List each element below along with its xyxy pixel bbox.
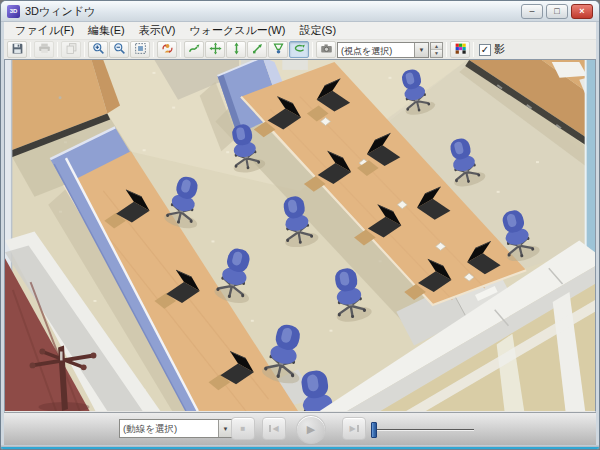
look-around-icon (272, 42, 285, 58)
toolbar-separator (312, 42, 313, 57)
timeline-slider[interactable] (372, 429, 474, 431)
dolly-icon (251, 42, 264, 58)
app-window: 3D 3Dウィンドウ – □ × ファイル(F) 編集(E) 表示(V) ウォー… (0, 0, 600, 450)
zoom-fit-icon (134, 42, 147, 58)
zoom-out-icon (113, 42, 126, 58)
app-icon: 3D (7, 5, 20, 18)
orbit-icon (293, 42, 306, 58)
save-icon (11, 42, 24, 58)
skip-forward-button[interactable]: ▶ (342, 417, 366, 440)
elevate-icon (230, 42, 243, 58)
playback-bar: (動線を選択) ▼ ■ ◀ ▶ ▶ (4, 412, 596, 445)
snapshot-button[interactable] (316, 41, 336, 58)
menu-edit[interactable]: 編集(E) (81, 22, 132, 39)
shadow-toggle[interactable]: ✓ 影 (479, 42, 505, 57)
pan-button[interactable] (205, 41, 225, 58)
skip-forward-bar (357, 425, 359, 432)
window-title: 3Dウィンドウ (25, 4, 521, 19)
minimize-button[interactable]: – (521, 4, 543, 19)
timeline-slider-thumb[interactable] (371, 422, 377, 438)
toolbar-separator (473, 42, 474, 57)
walkthrough-button[interactable] (184, 41, 204, 58)
spinner-down-icon[interactable]: ▼ (431, 50, 442, 57)
dropdown-arrow-icon[interactable]: ▼ (218, 420, 232, 437)
toolbar-separator (446, 42, 447, 57)
menu-settings[interactable]: 設定(S) (292, 22, 343, 39)
skip-back-icon: ◀ (272, 424, 278, 433)
play-icon: ▶ (307, 423, 315, 436)
zoom-fit-button[interactable] (130, 41, 150, 58)
menu-view[interactable]: 表示(V) (132, 22, 183, 39)
shadow-checkbox[interactable]: ✓ (479, 44, 491, 56)
skip-back-button[interactable]: ◀ (262, 417, 286, 440)
maximize-button[interactable]: □ (546, 4, 568, 19)
toolbar-separator (30, 42, 31, 57)
copy-icon (65, 42, 78, 58)
flowline-select[interactable]: (動線を選択) ▼ (119, 419, 233, 438)
zoom-out-button[interactable] (109, 41, 129, 58)
dolly-button[interactable] (247, 41, 267, 58)
look-around-button[interactable] (268, 41, 288, 58)
window-bottom-edge (1, 445, 599, 450)
viewpoint-spinner[interactable]: ▲ ▼ (430, 42, 443, 58)
spinner-up-icon[interactable]: ▲ (431, 43, 442, 51)
camera-icon (320, 42, 333, 58)
toolbar-separator (153, 42, 154, 57)
menu-bar: ファイル(F) 編集(E) 表示(V) ウォークスルー(W) 設定(S) (4, 22, 596, 40)
orbit-button[interactable] (289, 41, 309, 58)
skip-forward-icon: ▶ (349, 424, 355, 433)
3d-viewport[interactable] (4, 59, 596, 412)
toolbar-separator (84, 42, 85, 57)
play-button[interactable]: ▶ (296, 415, 326, 444)
close-button[interactable]: × (571, 4, 593, 19)
palette-button[interactable] (450, 41, 470, 58)
zoom-in-button[interactable] (88, 41, 108, 58)
toolbar-separator (57, 42, 58, 57)
reset-avatar-button[interactable] (157, 41, 177, 58)
stop-button[interactable]: ■ (231, 417, 255, 440)
skip-back-bar (269, 425, 271, 432)
zoom-in-icon (92, 42, 105, 58)
shadow-checkbox-label: 影 (494, 42, 505, 57)
toolbar-separator (180, 42, 181, 57)
walkthrough-icon (188, 42, 201, 58)
flowline-select-value: (動線を選択) (120, 420, 218, 437)
reset-avatar-icon (161, 42, 174, 58)
menu-walkthrough[interactable]: ウォークスルー(W) (182, 22, 292, 39)
office-scene[interactable] (5, 60, 595, 411)
copy-button[interactable] (61, 41, 81, 58)
elevate-button[interactable] (226, 41, 246, 58)
print-icon (38, 42, 51, 58)
viewpoint-select-value: (視点を選択) (338, 43, 414, 57)
title-bar: 3D 3Dウィンドウ – □ × (1, 1, 599, 22)
stop-icon: ■ (241, 424, 246, 433)
pan-icon (209, 42, 222, 58)
print-button[interactable] (34, 41, 54, 58)
palette-icon (454, 42, 467, 58)
toolbar: (視点を選択) ▼ ▲ ▼ ✓ 影 (4, 40, 596, 59)
menu-file[interactable]: ファイル(F) (8, 22, 81, 39)
save-button[interactable] (7, 41, 27, 58)
viewpoint-select[interactable]: (視点を選択) ▼ (337, 42, 429, 58)
dropdown-arrow-icon[interactable]: ▼ (414, 43, 428, 57)
window-frame-edge (585, 60, 587, 258)
window-glass-strip (586, 60, 595, 258)
